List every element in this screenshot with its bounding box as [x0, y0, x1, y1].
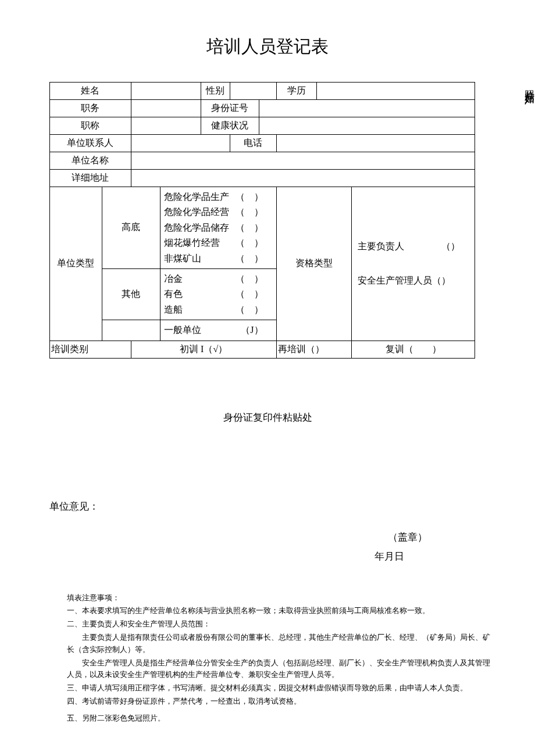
trainingcat-label: 培训类别: [50, 341, 131, 358]
item-paren[interactable]: （ ）: [236, 237, 267, 249]
unittype-group2-items: 冶金（ ） 有色（ ） 造船（ ）: [160, 268, 276, 320]
unitcontact-label: 单位联系人: [50, 135, 131, 152]
notes-section: 填表注意事项： 一、本表要求填写的生产经营单位名称须与营业执照名称一致；未取得营…: [67, 592, 491, 725]
item-name: 危险化学品生产: [164, 191, 229, 203]
unitcontact-value[interactable]: [131, 135, 230, 152]
note-1: 一、本表要求填写的生产经营单位名称须与营业执照名称一致；未取得营业执照前须与工商…: [67, 605, 491, 617]
note-4: 四、考试前请带好身份证原件，严禁代考，一经查出，取消考试资格。: [67, 696, 491, 708]
item-paren[interactable]: （ ）: [236, 206, 267, 218]
name-label: 姓名: [50, 83, 131, 100]
unittype-group1-items: 危险化学品生产（ ） 危险化学品经营（ ） 危险化学品储存（ ） 烟花爆竹经营（…: [160, 187, 276, 269]
item-name: 冶金: [164, 273, 183, 285]
item-name: 危险化学品经营: [164, 206, 229, 218]
position-value[interactable]: [131, 100, 201, 117]
qual-item-b[interactable]: 安全生产管理人员（）: [358, 270, 469, 292]
note-2a: 主要负责人是指有限责任公司或者股份有限公司的董事长、总经理，其他生产经营单位的厂…: [67, 632, 491, 656]
form-area: 姓名 性别 学历 职务 身份证号 职称 健康状况 单位联系人 电话 单位名称 详…: [49, 82, 509, 359]
item-paren[interactable]: （ ）: [236, 303, 267, 316]
opinion-stamp: （盖章）: [49, 531, 474, 544]
phone-value[interactable]: [276, 135, 475, 152]
item-paren[interactable]: （ ）: [236, 273, 267, 285]
note-2b: 安全生产管理人员是指生产经营单位分管安全生产的负责人（包括副总经理、副厂长）、安…: [67, 657, 491, 682]
address-value[interactable]: [131, 170, 475, 187]
registration-table: 姓名 性别 学历 职务 身份证号 职称 健康状况 单位联系人 电话 单位名称 详…: [49, 82, 475, 359]
gender-value[interactable]: [230, 83, 276, 100]
item-paren[interactable]: （ ）: [236, 252, 267, 265]
idno-label: 身份证号: [201, 100, 259, 117]
unitname-value[interactable]: [131, 152, 475, 170]
photo-paste-label: 照片粘贴如厂: [523, 82, 534, 89]
unitname-label: 单位名称: [50, 152, 131, 170]
health-label: 健康状况: [201, 117, 259, 135]
name-value[interactable]: [131, 83, 201, 100]
health-value[interactable]: [259, 117, 475, 135]
qualtype-items: 主要负责人 （） 安全生产管理人员（）: [352, 187, 475, 341]
address-label: 详细地址: [50, 170, 131, 187]
item-name: 有色: [164, 288, 183, 300]
unittype-group3-blank: [102, 320, 160, 341]
item-paren[interactable]: （ ）: [236, 288, 267, 300]
training-initial[interactable]: 初训 I（√）: [131, 341, 276, 358]
item-name: 造船: [164, 303, 183, 316]
titlerank-label: 职称: [50, 117, 131, 135]
qual-item-a[interactable]: 主要负责人 （）: [358, 235, 469, 257]
training-review[interactable]: 复训（ ）: [352, 341, 475, 358]
item-name: 危险化学品储存: [164, 221, 229, 234]
id-copy-area: 身份证复印件粘贴处: [26, 411, 509, 424]
item-paren[interactable]: （ ）: [236, 221, 267, 234]
titlerank-value[interactable]: [131, 117, 201, 135]
position-label: 职务: [50, 100, 131, 117]
gender-label: 性别: [201, 83, 230, 100]
opinion-date: 年月日: [49, 550, 474, 563]
item-name: 烟花爆竹经营: [164, 237, 220, 249]
unittype-group3-items: 一般单位（J）: [160, 320, 276, 341]
qualtype-label: 资格类型: [276, 187, 352, 341]
training-retrain[interactable]: 再培训（）: [276, 341, 352, 358]
education-value[interactable]: [317, 83, 475, 100]
note-3: 三、申请人填写须用正楷字体，书写清晰。提交材料必须真实，因提交材料虚假错误而导致…: [67, 682, 491, 694]
unittype-group2-label: 其他: [102, 268, 160, 320]
note-2: 二、主要负责人和安全生产管理人员范围：: [67, 618, 491, 630]
item-paren[interactable]: （ ）: [236, 191, 267, 203]
unittype-label: 单位类型: [50, 187, 102, 341]
phone-label: 电话: [230, 135, 276, 152]
item-name: 非煤矿山: [164, 252, 201, 265]
unit-opinion-section: 单位意见： （盖章） 年月日: [49, 500, 474, 563]
item-paren[interactable]: （J）: [241, 324, 266, 336]
note-5: 五、另附二张彩色免冠照片。: [67, 712, 491, 725]
page-title: 培训人员登记表: [26, 35, 509, 59]
notes-header: 填表注意事项：: [67, 592, 491, 604]
idno-value[interactable]: [259, 100, 475, 117]
opinion-label: 单位意见：: [49, 500, 474, 513]
item-name: 一般单位: [164, 324, 201, 336]
unittype-group1-label: 高底: [102, 187, 160, 269]
education-label: 学历: [276, 83, 317, 100]
